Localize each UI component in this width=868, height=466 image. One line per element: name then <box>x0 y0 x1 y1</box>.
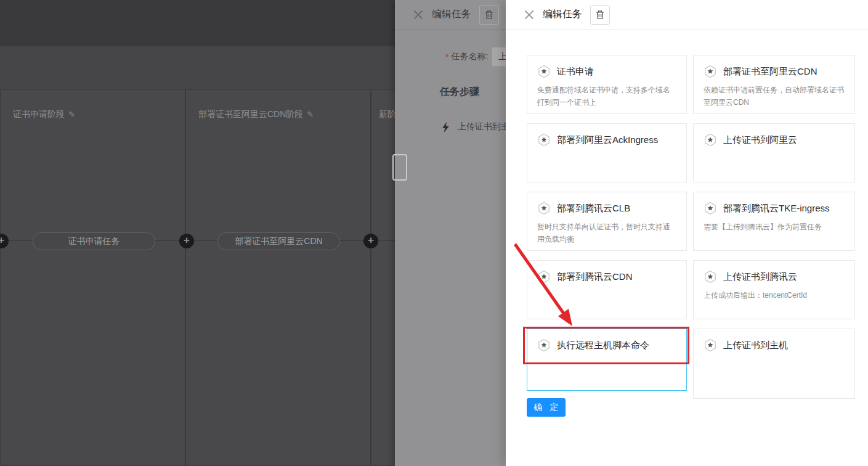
task-type-card[interactable]: 部署到腾讯云TKE-ingress 需要【上传到腾讯云】作为前置任务 <box>693 192 855 251</box>
task-type-card-header: 执行远程主机脚本命令 <box>537 338 676 352</box>
task-type-description: 暂时只支持单向认证证书，暂时只支持通用负载均衡 <box>537 221 676 245</box>
delete-task-button[interactable] <box>590 5 610 25</box>
task-type-card-header: 上传证书到阿里云 <box>704 133 845 147</box>
task-type-card[interactable]: 证书申请 免费通配符域名证书申请，支持多个域名打到同一个证书上 <box>527 55 687 114</box>
stage-title-text: 证书申请阶段 <box>13 109 65 119</box>
close-icon[interactable] <box>413 10 423 20</box>
stage-column-2: 部署证书至阿里云CDN阶段✎ <box>185 89 371 466</box>
hexagon-badge-icon <box>537 338 551 352</box>
task-type-card-header: 部署到腾讯云CLB <box>537 202 676 215</box>
lightning-icon <box>442 122 450 133</box>
hexagon-badge-icon <box>537 270 551 284</box>
task-node-deploy-cdn[interactable]: 部署证书至阿里云CDN <box>217 232 340 250</box>
drawer-title: 编辑任务 <box>432 8 471 21</box>
edit-pencil-icon[interactable]: ✎ <box>307 110 314 119</box>
task-type-card-header: 上传证书到主机 <box>704 338 845 352</box>
task-type-card-header: 部署到腾讯云TKE-ingress <box>704 202 845 215</box>
stage-title-text: 部署证书至阿里云CDN阶段 <box>198 109 303 119</box>
task-type-card-selected[interactable]: 执行远程主机脚本命令 <box>527 329 687 391</box>
task-type-card-header: 部署到腾讯云CDN <box>537 270 676 284</box>
task-step-label: 上传证书到主 <box>458 121 506 133</box>
task-type-title: 部署到腾讯云CLB <box>557 203 630 215</box>
trash-icon <box>595 10 605 20</box>
clipped-form-field <box>392 154 407 181</box>
required-mark: * <box>445 52 448 62</box>
hexagon-badge-icon <box>704 65 717 78</box>
task-type-card-header: 证书申请 <box>537 65 676 78</box>
add-task-button[interactable]: + <box>179 234 194 248</box>
task-name-row: * 任务名称: 上 <box>395 47 506 67</box>
drawer-header: 编辑任务 <box>395 0 506 30</box>
task-type-description: 依赖证书申请前置任务，自动部署域名证书至阿里云CDN <box>704 84 845 108</box>
task-type-card[interactable]: 部署到腾讯云CLB 暂时只支持单向认证证书，暂时只支持通用负载均衡 <box>527 192 687 251</box>
hexagon-badge-icon <box>704 133 717 147</box>
task-name-label: 任务名称: <box>451 51 488 62</box>
task-type-description: 上传成功后输出：tencentCertId <box>704 289 845 301</box>
delete-task-button[interactable] <box>479 5 499 25</box>
hexagon-badge-icon <box>704 202 717 215</box>
hexagon-badge-icon <box>537 133 551 147</box>
task-type-title: 上传证书到阿里云 <box>723 134 797 146</box>
stage-title: 部署证书至阿里云CDN阶段✎ <box>198 109 314 120</box>
add-task-button[interactable]: + <box>363 234 378 248</box>
edit-task-drawer: 编辑任务 证书申请 免费通配符域名证书申请，支持多个域名打到同一个证书上 部署证… <box>506 0 868 466</box>
task-type-grid: 证书申请 免费通配符域名证书申请，支持多个域名打到同一个证书上 部署证书至阿里云… <box>527 55 855 399</box>
task-type-description: 需要【上传到腾讯云】作为前置任务 <box>704 221 845 233</box>
task-type-card[interactable]: 部署到阿里云AckIngress <box>527 123 687 182</box>
drawer-title: 编辑任务 <box>543 8 582 21</box>
task-type-card-header: 部署证书至阿里云CDN <box>704 65 845 78</box>
edit-task-drawer-dimmed: 编辑任务 * 任务名称: 上 任务步骤 上传证书到主 <box>395 0 506 466</box>
task-type-title: 证书申请 <box>557 66 594 78</box>
stage-column-1: 证书申请阶段✎ <box>0 89 185 466</box>
task-type-card[interactable]: 部署到腾讯云CDN <box>527 260 687 319</box>
task-type-card-header: 部署到阿里云AckIngress <box>537 133 676 147</box>
task-type-title: 部署到阿里云AckIngress <box>557 134 658 146</box>
confirm-button[interactable]: 确 定 <box>527 398 566 417</box>
edit-pencil-icon[interactable]: ✎ <box>68 110 75 119</box>
task-type-card[interactable]: 上传证书到阿里云 <box>693 123 855 182</box>
task-type-title: 执行远程主机脚本命令 <box>557 340 649 351</box>
task-type-card-header: 上传证书到腾讯云 <box>704 270 845 284</box>
hexagon-badge-icon <box>704 270 717 284</box>
task-type-title: 部署到腾讯云TKE-ingress <box>723 203 830 215</box>
task-steps-heading: 任务步骤 <box>440 86 479 99</box>
task-type-description: 免费通配符域名证书申请，支持多个域名打到同一个证书上 <box>537 84 676 108</box>
task-type-title: 部署到腾讯云CDN <box>557 271 633 283</box>
task-type-card[interactable]: 上传证书到腾讯云 上传成功后输出：tencentCertId <box>693 260 855 319</box>
close-icon[interactable] <box>524 10 534 20</box>
hexagon-badge-icon <box>537 65 551 78</box>
task-type-card[interactable]: 上传证书到主机 <box>693 329 855 399</box>
trash-icon <box>484 10 494 20</box>
task-type-title: 上传证书到主机 <box>723 340 788 351</box>
task-step-item[interactable]: 上传证书到主 <box>442 121 506 133</box>
task-type-title: 上传证书到腾讯云 <box>723 271 797 283</box>
hexagon-badge-icon <box>537 202 551 215</box>
task-type-title: 部署证书至阿里云CDN <box>723 66 817 78</box>
hexagon-badge-icon <box>704 338 717 352</box>
task-type-card[interactable]: 部署证书至阿里云CDN 依赖证书申请前置任务，自动部署域名证书至阿里云CDN <box>693 55 855 114</box>
drawer-header: 编辑任务 <box>506 0 868 30</box>
stage-title: 证书申请阶段✎ <box>13 109 75 120</box>
task-name-input[interactable]: 上 <box>492 47 506 67</box>
task-node-cert-request[interactable]: 证书申请任务 <box>33 232 155 250</box>
